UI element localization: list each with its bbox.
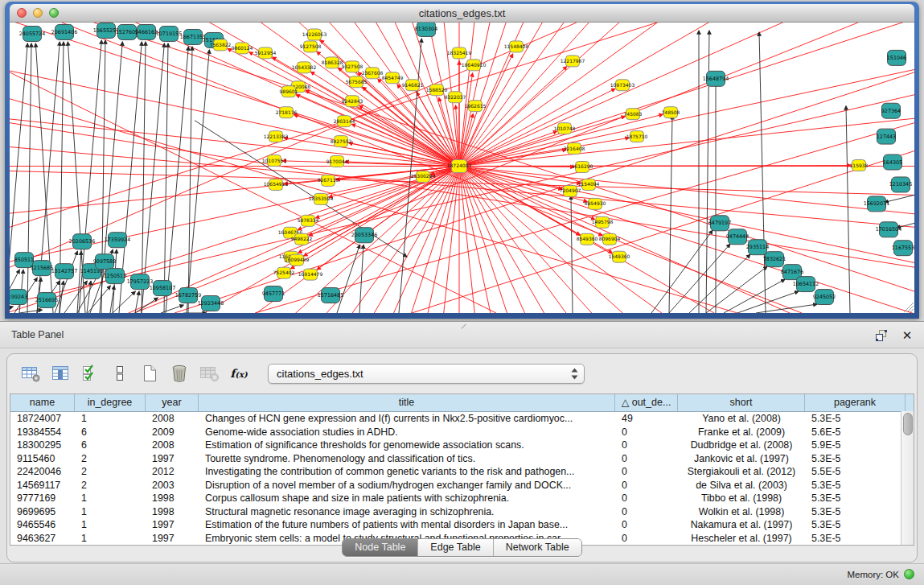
teal-node[interactable]: 9466162 <box>135 24 158 39</box>
yellow-node[interactable]: 16914479 <box>298 269 323 280</box>
teal-node[interactable]: 20691406 <box>51 24 77 39</box>
teal-node[interactable]: 1215685 <box>31 261 53 276</box>
teal-node[interactable]: 10654112 <box>793 277 819 292</box>
table-row[interactable]: 1456911722003Disruption of a novel membe… <box>10 479 914 492</box>
teal-node[interactable]: 20053346 <box>351 228 377 243</box>
yellow-node[interactable]: 8454749 <box>382 72 404 84</box>
yellow-node[interactable]: 11548408 <box>504 41 529 52</box>
teal-node[interactable]: 2935114 <box>746 240 769 255</box>
close-panel-icon[interactable]: ✕ <box>900 328 914 342</box>
yellow-node[interactable]: 8186328 <box>322 57 343 68</box>
new-column-icon[interactable] <box>138 363 162 385</box>
yellow-node[interactable]: 115938 <box>850 160 869 171</box>
yellow-node[interactable]: 5878334 <box>298 215 319 226</box>
yellow-node[interactable]: 9327508 <box>342 61 363 72</box>
zoom-window-button[interactable] <box>49 8 59 18</box>
teal-node[interactable]: 17016504 <box>876 222 901 237</box>
yellow-node[interactable]: 1549360 <box>609 251 630 262</box>
table-mode-icon[interactable] <box>18 363 43 385</box>
teal-node[interactable]: 10719155 <box>156 26 182 41</box>
tab-node-table[interactable]: Node Table <box>343 539 417 556</box>
yellow-node[interactable]: 8427552 <box>331 136 352 147</box>
table-row[interactable]: 911546021997Tourette syndrome. Phenomeno… <box>10 452 914 466</box>
teal-node[interactable]: 9245052 <box>813 290 836 305</box>
yellow-node[interactable]: 16543382 <box>292 62 317 73</box>
show-columns-icon[interactable] <box>48 363 72 385</box>
yellow-node[interactable]: 12217987 <box>561 56 585 67</box>
yellow-node[interactable]: 8096904 <box>599 233 621 245</box>
yellow-node[interactable]: 18640910 <box>462 60 487 71</box>
teal-node[interactable]: 9474444 <box>726 229 749 245</box>
function-builder-icon[interactable]: f(x) <box>227 363 251 385</box>
yellow-node[interactable]: 8267110 <box>318 175 339 186</box>
teal-node[interactable]: 15716485 <box>318 288 343 303</box>
column-header-pagerank[interactable]: pagerank <box>805 394 906 411</box>
yellow-node[interactable]: 9146821 <box>402 80 424 91</box>
network-canvas[interactable]: 2405572420691406106552571527602946616210… <box>10 23 914 313</box>
yellow-node[interactable]: 9127508 <box>300 41 322 52</box>
yellow-node[interactable]: 18353594 <box>309 193 334 204</box>
teal-node[interactable]: 13142757 <box>51 264 77 279</box>
close-window-button[interactable] <box>17 8 27 18</box>
yellow-node[interactable]: 10654912 <box>264 179 289 190</box>
table-row[interactable]: 969969511998Structural magnetic resonanc… <box>10 505 914 519</box>
canvas-resize-grip[interactable] <box>901 299 914 312</box>
row-height-icon[interactable] <box>108 363 132 385</box>
column-header-short[interactable]: short <box>678 394 805 411</box>
yellow-node[interactable]: 1154094 <box>578 179 600 190</box>
yellow-node[interactable]: 14226063 <box>302 29 327 40</box>
yellow-node[interactable]: 7625402 <box>273 267 295 278</box>
delete-column-icon[interactable] <box>167 363 191 385</box>
yellow-node[interactable]: 2367608 <box>362 68 384 79</box>
table-row[interactable]: 1830029562008Estimation of significance … <box>10 439 914 452</box>
scrollbar-thumb[interactable] <box>903 413 913 435</box>
yellow-node[interactable]: 1616290 <box>572 162 593 173</box>
yellow-node[interactable]: 1962615 <box>465 101 487 112</box>
teal-node[interactable]: 15648794 <box>703 71 729 86</box>
tab-network-table[interactable]: Network Table <box>493 539 581 556</box>
table-row[interactable]: 977716911998Corpus callosum shape and si… <box>10 492 914 505</box>
column-header-title[interactable]: title <box>199 394 615 411</box>
yellow-node[interactable]: 9170044 <box>326 156 348 167</box>
table-select-dropdown[interactable]: citations_edges.txt <box>268 364 585 384</box>
teal-node[interactable]: 1250513 <box>104 269 126 284</box>
teal-node[interactable]: 127443 <box>877 129 896 144</box>
yellow-node[interactable]: 2718176 <box>276 107 298 118</box>
table-row[interactable]: 946554611997Estimation of the future num… <box>10 518 914 532</box>
teal-node[interactable]: 10958107 <box>150 281 175 296</box>
column-header-in-degree[interactable]: in_degree <box>75 394 146 411</box>
teal-node[interactable]: 20206536 <box>69 234 95 249</box>
yellow-node[interactable]: 10107553 <box>262 155 287 167</box>
teal-node[interactable]: 12923448 <box>198 296 224 311</box>
table-row[interactable]: 1872400712008Changes of HCN gene express… <box>10 412 914 426</box>
tab-edge-table[interactable]: Edge Table <box>417 539 492 556</box>
yellow-node[interactable]: 748508 <box>662 107 680 118</box>
yellow-node[interactable]: 745083 <box>624 109 643 120</box>
teal-node[interactable]: 151046 <box>887 50 906 65</box>
yellow-node[interactable]: 989601 <box>280 86 298 97</box>
teal-node[interactable]: 6479197 <box>708 216 731 231</box>
yellow-node[interactable]: 16099489 <box>285 254 310 266</box>
select-columns-icon[interactable] <box>78 363 102 385</box>
column-header-year[interactable]: year <box>146 394 199 411</box>
column-header-out-de-[interactable]: △ out_de... <box>615 394 678 411</box>
teal-node[interactable]: 9097588 <box>93 254 116 270</box>
teal-node[interactable]: 17359924 <box>105 233 130 248</box>
float-window-icon[interactable] <box>874 328 889 342</box>
minimize-window-button[interactable] <box>33 8 43 18</box>
teal-node[interactable]: 2516695 <box>35 293 58 308</box>
yellow-node[interactable]: 2803144 <box>334 116 355 127</box>
yellow-node[interactable]: 18325419 <box>447 47 472 59</box>
memory-status-dot[interactable] <box>904 569 914 579</box>
teal-node[interactable]: 7832621 <box>763 252 786 267</box>
table-vertical-scrollbar[interactable] <box>901 411 914 545</box>
yellow-node[interactable]: 1875710 <box>626 131 648 142</box>
teal-node[interactable]: 164305 <box>883 154 902 170</box>
pane-divider-grip[interactable] <box>458 324 463 330</box>
teal-node[interactable]: 24055724 <box>19 26 45 41</box>
teal-node[interactable]: 15692071 <box>864 196 889 212</box>
teal-node[interactable]: 9457771 <box>262 286 285 302</box>
teal-node[interactable]: 1167553 <box>892 241 914 256</box>
teal-node[interactable]: 8130304 <box>415 23 437 36</box>
yellow-node[interactable]: 8322037 <box>445 92 466 103</box>
